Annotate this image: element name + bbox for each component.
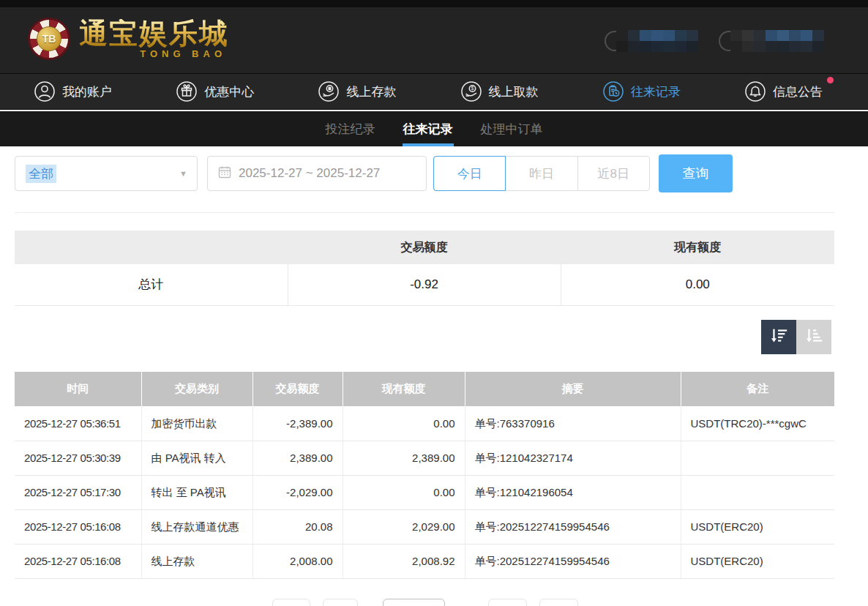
mosaic-cell <box>663 41 675 52</box>
user-circle-icon <box>34 81 56 102</box>
chip-monogram: TB <box>37 26 61 51</box>
mosaic-cell <box>730 41 742 52</box>
pagination-button-4[interactable] <box>488 599 527 606</box>
cell-summary: 单号:202512274159954546 <box>465 509 681 544</box>
content-area: 全部 ▼ 2025-12-27 ~ 2025-12-27 今日 昨日 近8日 查… <box>0 146 868 606</box>
cell-summary: 单号:121042196054 <box>465 475 681 509</box>
cell-summary: 单号:202512274159954546 <box>465 544 681 578</box>
pagination-button-1[interactable] <box>272 599 310 606</box>
bell-icon <box>744 81 766 102</box>
cell-amount: -2,029.00 <box>252 475 343 509</box>
cell-note <box>681 441 834 475</box>
mosaic-cell <box>628 30 640 41</box>
casino-chip-icon: TB <box>28 18 70 60</box>
nav-item-my-account[interactable]: 我的账户 <box>34 81 112 102</box>
sort-descending-button[interactable] <box>761 320 796 354</box>
mosaic-cell <box>628 41 640 52</box>
type-select[interactable]: 全部 ▼ <box>15 156 198 191</box>
tab-label: 处理中订单 <box>481 121 543 138</box>
cell-type: 加密货币出款 <box>141 406 252 441</box>
cell-amount: 2,008.00 <box>252 544 343 578</box>
sort-ascending-button[interactable] <box>796 320 831 354</box>
summary-total-row: 总计 -0.92 0.00 <box>15 264 834 305</box>
nav-label: 往来记录 <box>631 83 681 100</box>
cell-balance: 0.00 <box>343 475 465 509</box>
transactions-header-row: 时间 交易类别 交易额度 现有额度 摘要 备注 <box>15 372 834 406</box>
mosaic-cell <box>789 30 801 41</box>
col-summary: 摘要 <box>465 372 681 406</box>
mosaic-cell <box>812 41 824 52</box>
summary-header-row: 交易额度 现有额度 <box>15 231 834 264</box>
withdraw-icon: $ <box>460 81 482 102</box>
redacted-user-info-2 <box>719 29 824 53</box>
table-row: 2025-12-27 05:17:30转出 至 PA视讯-2,029.000.0… <box>15 475 834 509</box>
tab-processing-orders[interactable]: 处理中订单 <box>481 111 543 146</box>
nav-item-records[interactable]: 往来记录 <box>602 81 681 102</box>
mosaic-cell <box>640 41 651 52</box>
cell-time: 2025-12-27 05:36:51 <box>15 406 141 441</box>
mosaic-cell <box>651 41 663 52</box>
notification-dot <box>827 77 834 83</box>
mosaic-cell <box>766 41 777 52</box>
range-yesterday-button[interactable]: 昨日 <box>506 157 577 190</box>
nav-item-promotions[interactable]: 优惠中心 <box>176 81 254 102</box>
mosaic-cell <box>801 41 812 52</box>
cell-note: USDT(ERC20) <box>681 544 834 578</box>
brand-name-cn: 通宝娱乐城 <box>79 19 229 48</box>
date-range-picker[interactable]: 2025-12-27 ~ 2025-12-27 <box>207 156 427 191</box>
tab-label: 往来记录 <box>403 121 453 138</box>
cell-note: USDT(ERC20) <box>681 509 834 544</box>
cell-amount: -2,389.00 <box>252 406 343 441</box>
mosaic-cell <box>686 30 698 41</box>
calendar-icon <box>218 165 231 182</box>
tab-label: 投注纪录 <box>326 121 375 138</box>
mosaic-cell <box>742 30 754 41</box>
records-icon <box>602 81 624 102</box>
query-button[interactable]: 查询 <box>659 154 733 192</box>
cell-summary: 单号:763370916 <box>465 406 681 441</box>
cell-time: 2025-12-27 05:16:08 <box>15 544 141 578</box>
cell-summary: 单号:121042327174 <box>465 441 681 475</box>
table-row: 2025-12-27 05:30:39由 PA视讯 转入2,389.002,38… <box>15 441 834 475</box>
nav-label: 信息公告 <box>773 83 823 100</box>
top-strip <box>0 0 868 7</box>
summary-total-balance: 0.00 <box>561 264 834 305</box>
sort-ascending-icon <box>804 326 824 348</box>
nav-item-withdraw[interactable]: $ 线上取款 <box>460 81 539 102</box>
main-nav: 我的账户 优惠中心 线上存款 $ 线上取款 往来记录 信息公告 <box>0 73 868 110</box>
nav-label: 优惠中心 <box>204 83 254 100</box>
pagination-button-3[interactable] <box>383 599 445 606</box>
col-note: 备注 <box>681 372 834 406</box>
sub-nav: 投注纪录 往来记录 处理中订单 <box>0 111 868 146</box>
cell-type: 线上存款通道优惠 <box>141 509 252 544</box>
pagination-button-5[interactable] <box>539 599 578 606</box>
range-last8days-button[interactable]: 近8日 <box>578 157 649 190</box>
col-time: 时间 <box>15 372 141 406</box>
tab-betting-records[interactable]: 投注纪录 <box>326 111 375 146</box>
summary-header-balance: 现有额度 <box>561 231 834 264</box>
cell-time: 2025-12-27 05:30:39 <box>15 441 141 475</box>
nav-label: 线上存款 <box>346 83 396 100</box>
redaction-mosaic-2 <box>730 30 824 52</box>
range-label: 今日 <box>457 165 482 182</box>
nav-item-announcements[interactable]: 信息公告 <box>744 81 823 102</box>
nav-item-deposit[interactable]: 线上存款 <box>318 81 396 102</box>
cell-amount: 20.08 <box>252 509 343 544</box>
range-today-button[interactable]: 今日 <box>433 156 506 191</box>
brand-logo: TB 通宝娱乐城 TONG BAO <box>28 18 229 60</box>
mosaic-cell <box>812 30 824 41</box>
summary-total-amount: -0.92 <box>288 264 561 305</box>
cell-balance: 0.00 <box>343 406 465 441</box>
gift-icon <box>176 81 198 102</box>
mosaic-cell <box>742 41 754 52</box>
tab-transaction-records[interactable]: 往来记录 <box>403 111 453 146</box>
mosaic-cell <box>730 30 742 41</box>
brand-text: 通宝娱乐城 TONG BAO <box>79 19 229 59</box>
summary-table: 交易额度 现有额度 总计 -0.92 0.00 <box>15 231 834 306</box>
redacted-user-info-1 <box>605 29 698 53</box>
mosaic-cell <box>789 41 801 52</box>
pagination-button-2[interactable] <box>323 599 358 606</box>
col-balance: 现有额度 <box>343 372 465 406</box>
nav-label: 线上取款 <box>489 83 539 100</box>
cell-note <box>681 475 834 509</box>
